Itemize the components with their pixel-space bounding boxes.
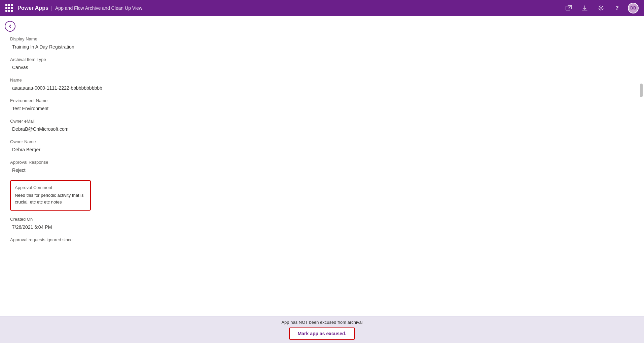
approval-ignored-label: Approval requests ignored since — [10, 237, 634, 242]
owner-name-group: Owner Name Debra Berger — [10, 139, 634, 154]
app-name: Power Apps — [17, 5, 48, 11]
owner-name-label: Owner Name — [10, 139, 634, 144]
created-on-label: Created On — [10, 217, 634, 222]
archival-type-value: Canvas — [10, 63, 634, 71]
approval-response-label: Approval Response — [10, 160, 634, 165]
header-bar: Power Apps | App and Flow Archive and Cl… — [0, 0, 644, 16]
display-name-value: Training In A Day Registration — [10, 43, 634, 51]
share-icon[interactable] — [563, 3, 574, 13]
environment-name-group: Environment Name Test Environment — [10, 98, 634, 113]
form-content: Display Name Training In A Day Registrat… — [0, 16, 644, 293]
help-icon[interactable]: ? — [612, 3, 622, 13]
download-icon[interactable] — [579, 3, 590, 13]
approval-response-group: Approval Response Reject — [10, 160, 634, 174]
display-name-group: Display Name Training In A Day Registrat… — [10, 36, 634, 51]
page-title: App and Flow Archive and Clean Up View — [55, 5, 142, 11]
display-name-label: Display Name — [10, 36, 634, 41]
back-button[interactable] — [5, 21, 15, 32]
bottom-action-bar: App has NOT been excused from archival M… — [0, 316, 644, 343]
owner-name-value: Debra Berger — [10, 146, 634, 154]
svg-rect-0 — [566, 6, 570, 10]
settings-icon[interactable] — [596, 3, 606, 13]
archival-type-group: Archival Item Type Canvas — [10, 57, 634, 71]
svg-point-1 — [600, 7, 602, 9]
owner-email-value: DebraB@OnMicrosoft.com — [10, 125, 634, 133]
grid-menu-icon[interactable] — [5, 4, 13, 12]
scrollbar[interactable] — [640, 84, 643, 97]
created-on-group: Created On 7/26/2021 6:04 PM — [10, 217, 634, 231]
name-value: aaaaaaaa-0000-1111-2222-bbbbbbbbbbbb — [10, 84, 634, 92]
owner-email-group: Owner eMail DebraB@OnMicrosoft.com — [10, 119, 634, 133]
archival-type-label: Archival Item Type — [10, 57, 634, 62]
approval-ignored-group: Approval requests ignored since — [10, 237, 634, 246]
approval-ignored-value — [10, 244, 634, 246]
avatar[interactable]: DB — [628, 3, 639, 13]
mark-excused-button[interactable]: Mark app as excused. — [289, 328, 355, 340]
environment-name-label: Environment Name — [10, 98, 634, 103]
name-group: Name aaaaaaaa-0000-1111-2222-bbbbbbbbbbb… — [10, 77, 634, 92]
approval-comment-group: Approval Comment Need this for periodic … — [10, 180, 634, 211]
header-actions: ? DB — [563, 3, 639, 13]
owner-email-label: Owner eMail — [10, 119, 634, 124]
approval-response-value: Reject — [10, 166, 634, 174]
approval-comment-value: Need this for periodic activity that is … — [15, 192, 86, 205]
header-separator: | — [51, 5, 52, 11]
name-label: Name — [10, 77, 634, 83]
created-on-value: 7/26/2021 6:04 PM — [10, 223, 634, 231]
environment-name-value: Test Environment — [10, 104, 634, 113]
excused-status-text: App has NOT been excused from archival — [281, 320, 362, 325]
approval-comment-box: Approval Comment Need this for periodic … — [10, 180, 91, 211]
main-content: Display Name Training In A Day Registrat… — [0, 16, 644, 343]
approval-comment-label: Approval Comment — [15, 185, 86, 190]
